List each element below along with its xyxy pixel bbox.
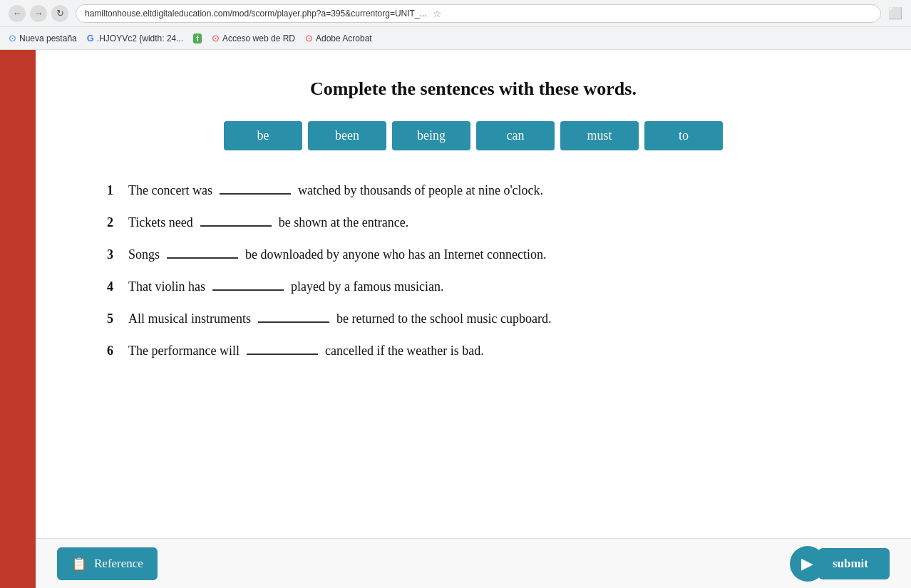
reference-button[interactable]: 📋 Reference: [57, 547, 158, 580]
bookmark-acceso-label: Acceso web de RD: [222, 33, 295, 43]
bookmark-acceso[interactable]: ⊙ Acceso web de RD: [212, 33, 295, 43]
sentence-before-5: All musical instruments: [128, 311, 251, 326]
sentence-row-3: 3 Songs be downloaded by anyone who has …: [107, 243, 854, 262]
sentence-num-1: 1: [107, 183, 124, 198]
bookmark-star-icon[interactable]: ☆: [433, 8, 442, 19]
blank-6[interactable]: [247, 339, 318, 355]
blank-3[interactable]: [167, 243, 238, 259]
word-chip-be[interactable]: be: [224, 121, 302, 150]
sentence-row-2: 2 Tickets need be shown at the entrance.: [107, 211, 854, 230]
page-title: Complete the sentences with these words.: [93, 78, 854, 100]
nueva-icon: ⊙: [9, 33, 16, 43]
sentence-num-4: 4: [107, 279, 124, 294]
sentence-after-1: watched by thousands of people at nine o…: [298, 183, 543, 198]
sentence-before-3: Songs: [128, 247, 160, 262]
adobe-icon: ⊙: [305, 33, 313, 43]
sentence-after-3: be downloaded by anyone who has an Inter…: [245, 247, 546, 262]
sentence-row-5: 5 All musical instruments be returned to…: [107, 307, 854, 326]
bookmarks-bar: ⊙ Nueva pestaña G .HJOYVc2 {width: 24...…: [0, 27, 911, 50]
submit-icon-circle: ▶: [790, 546, 825, 582]
bookmark-adobe[interactable]: ⊙ Adobe Acrobat: [305, 33, 372, 43]
sentence-before-2: Tickets need: [128, 215, 193, 230]
blank-5[interactable]: [258, 307, 329, 323]
url-text: hamiltonhouse.eltdigitaleducation.com/mo…: [85, 9, 427, 19]
sidebar-strip: [0, 50, 36, 588]
back-button[interactable]: ←: [9, 5, 26, 22]
submit-play-icon: ▶: [801, 555, 813, 573]
submit-button[interactable]: submit: [818, 548, 890, 579]
browser-bar: ← → ↻ hamiltonhouse.eltdigitaleducation.…: [0, 0, 911, 27]
sentences-container: 1 The concert was watched by thousands o…: [107, 179, 854, 359]
word-chip-can[interactable]: can: [476, 121, 555, 150]
main-content: Complete the sentences with these words.…: [36, 50, 911, 588]
word-chip-been[interactable]: been: [308, 121, 386, 150]
bookmark-nueva-label: Nueva pestaña: [19, 33, 77, 43]
reference-icon: 📋: [71, 556, 87, 572]
bookmark-hjoy-label: .HJOYVc2 {width: 24...: [97, 33, 183, 43]
url-bar[interactable]: hamiltonhouse.eltdigitaleducation.com/mo…: [76, 4, 881, 23]
bookmark-adobe-label: Adobe Acrobat: [316, 33, 372, 43]
blank-2[interactable]: [200, 211, 272, 227]
word-chip-being[interactable]: being: [392, 121, 470, 150]
bookmark-hjoy[interactable]: G .HJOYVc2 {width: 24...: [87, 33, 184, 43]
sentence-row-6: 6 The performance will cancelled if the …: [107, 339, 854, 359]
sentence-row-1: 1 The concert was watched by thousands o…: [107, 179, 854, 198]
acceso-icon: ⊙: [212, 33, 220, 43]
sentence-num-3: 3: [107, 247, 124, 262]
sentence-before-4: That violin has: [128, 279, 205, 294]
browser-nav: ← → ↻: [9, 5, 68, 22]
bookmark-feather[interactable]: f: [193, 33, 202, 43]
blank-4[interactable]: [212, 275, 284, 291]
bottom-bar: 📋 Reference ▶ submit: [36, 538, 911, 588]
submit-wrap: ▶ submit: [790, 546, 890, 582]
sentence-row-4: 4 That violin has played by a famous mus…: [107, 275, 854, 294]
bookmark-nueva[interactable]: ⊙ Nueva pestaña: [9, 33, 77, 43]
sentence-after-6: cancelled if the weather is bad.: [325, 344, 484, 359]
word-chip-to[interactable]: to: [644, 121, 723, 150]
google-icon: G: [87, 33, 94, 43]
blank-1[interactable]: [220, 179, 291, 195]
forward-button[interactable]: →: [30, 5, 47, 22]
sentence-num-2: 2: [107, 215, 124, 230]
reload-button[interactable]: ↻: [51, 5, 68, 22]
word-bank: be been being can must to: [93, 121, 854, 150]
word-chip-must[interactable]: must: [560, 121, 639, 150]
sentence-before-6: The performance will: [128, 344, 240, 359]
sentence-num-6: 6: [107, 344, 124, 359]
sentence-num-5: 5: [107, 311, 124, 326]
reference-label: Reference: [94, 557, 143, 571]
sentence-after-2: be shown at the entrance.: [279, 215, 408, 230]
sentence-after-4: played by a famous musician.: [291, 279, 443, 294]
feather-icon: f: [193, 33, 202, 43]
sentence-before-1: The concert was: [128, 183, 212, 198]
folder-icon[interactable]: ⬜: [888, 6, 902, 20]
sentence-after-5: be returned to the school music cupboard…: [336, 311, 551, 326]
